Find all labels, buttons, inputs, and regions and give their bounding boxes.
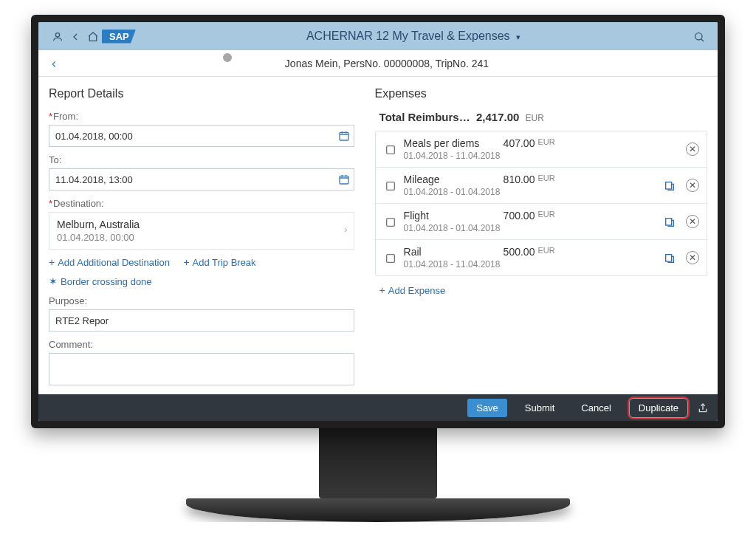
monitor-stand-neck: [319, 428, 437, 498]
expense-row[interactable]: Rail500.00EUR01.04.2018 - 11.04.2018✕: [376, 239, 707, 275]
add-destination-link[interactable]: +Add Additional Destination: [49, 256, 170, 268]
monitor-frame: SAP ACHERNAR 12 My Travel & Expenses ▾ J…: [31, 15, 725, 428]
purpose-input[interactable]: [49, 309, 354, 332]
svg-rect-14: [386, 218, 394, 226]
expense-delete-icon[interactable]: ✕: [686, 215, 699, 228]
comment-input[interactable]: [49, 353, 354, 385]
sub-header: Jonas Mein, PersNo. 00000008, TripNo. 24…: [38, 50, 718, 77]
to-label: To:: [49, 154, 354, 165]
expense-detail-icon[interactable]: [664, 215, 676, 228]
expense-row[interactable]: Flight700.00EUR01.04.2018 - 01.04.2018✕: [376, 203, 707, 239]
to-input[interactable]: [49, 168, 354, 190]
expense-type-icon: [383, 251, 398, 264]
svg-point-0: [55, 32, 59, 36]
total-currency: EUR: [526, 113, 544, 123]
svg-point-1: [695, 32, 702, 39]
expense-detail-icon[interactable]: [664, 179, 676, 192]
plus-icon: +: [49, 256, 55, 268]
expense-currency: EUR: [537, 210, 554, 222]
add-destination-label: Add Additional Destination: [58, 257, 170, 268]
expense-dates: 01.04.2018 - 11.04.2018: [404, 259, 664, 270]
duplicate-button[interactable]: Duplicate: [629, 398, 688, 418]
border-crossing-link[interactable]: ✶Border crossing done: [49, 275, 152, 287]
shell-title-text: ACHERNAR 12 My Travel & Expenses: [306, 30, 510, 42]
destination-label: Destination:: [49, 198, 354, 209]
report-details-panel: Report Details From: To: Destination:: [38, 77, 365, 394]
search-icon[interactable]: [691, 30, 707, 43]
expenses-panel: Expenses Total Reimburs… 2,417.00 EUR Me…: [365, 77, 718, 394]
nav-back-icon[interactable]: [49, 55, 59, 72]
destination-date: 01.04.2018, 00:00: [57, 232, 331, 243]
expense-currency: EUR: [537, 246, 554, 258]
expense-delete-icon[interactable]: ✕: [686, 179, 699, 192]
svg-rect-16: [386, 254, 394, 262]
cancel-button[interactable]: Cancel: [572, 399, 619, 417]
report-section-title: Report Details: [49, 87, 354, 100]
svg-rect-13: [666, 182, 672, 188]
expense-dates: 01.04.2018 - 11.04.2018: [404, 151, 686, 161]
expense-type: Flight: [404, 210, 504, 222]
add-expense-link[interactable]: +Add Expense: [379, 284, 446, 296]
add-expense-label: Add Expense: [388, 285, 445, 296]
expense-dates: 01.04.2018 - 01.04.2018: [404, 187, 664, 197]
sub-header-text: Jonas Mein, PersNo. 00000008, TripNo. 24…: [66, 58, 707, 69]
destination-row[interactable]: Melburn, Australia 01.04.2018, 00:00 ›: [49, 212, 354, 250]
user-icon[interactable]: [49, 30, 66, 43]
expense-list: Meals per diems407.00EUR01.04.2018 - 11.…: [375, 131, 707, 276]
submit-button[interactable]: Submit: [516, 399, 563, 417]
svg-rect-11: [386, 145, 394, 154]
monitor-stand-base: [186, 498, 570, 522]
svg-rect-7: [340, 176, 348, 185]
expenses-section-title: Expenses: [375, 87, 707, 100]
expense-delete-icon[interactable]: ✕: [686, 143, 699, 156]
home-icon[interactable]: [84, 30, 102, 43]
expense-type-icon: [383, 215, 398, 227]
total-label: Total Reimburs…: [379, 111, 470, 123]
total-row: Total Reimburs… 2,417.00 EUR: [379, 111, 707, 123]
expense-amount: 500.00: [504, 246, 535, 258]
svg-rect-3: [340, 133, 348, 141]
border-crossing-label: Border crossing done: [61, 276, 152, 287]
plus-icon: +: [379, 284, 385, 296]
expense-type-icon: [383, 179, 398, 191]
crossing-icon: ✶: [49, 275, 58, 287]
expense-row[interactable]: Meals per diems407.00EUR01.04.2018 - 11.…: [376, 131, 707, 167]
plus-icon: +: [183, 256, 189, 268]
total-amount: 2,417.00: [476, 111, 519, 123]
from-label: From:: [49, 111, 354, 122]
expense-type: Meals per diems: [404, 137, 504, 149]
screen: SAP ACHERNAR 12 My Travel & Expenses ▾ J…: [38, 22, 718, 421]
svg-rect-17: [666, 254, 672, 261]
expense-type: Mileage: [404, 174, 504, 185]
chevron-right-icon: ›: [345, 224, 348, 235]
expense-row[interactable]: Mileage810.00EUR01.04.2018 - 01.04.2018✕: [376, 167, 707, 203]
svg-line-2: [701, 38, 704, 41]
expense-amount: 700.00: [504, 210, 535, 222]
add-trip-break-link[interactable]: +Add Trip Break: [183, 256, 255, 268]
sap-logo: SAP: [102, 30, 136, 44]
expense-amount: 810.00: [504, 174, 535, 185]
calendar-icon[interactable]: [338, 129, 350, 142]
svg-rect-15: [666, 218, 672, 224]
expense-delete-icon[interactable]: ✕: [686, 251, 699, 264]
expense-amount: 407.00: [504, 137, 535, 149]
calendar-icon[interactable]: [338, 173, 350, 185]
save-button[interactable]: Save: [467, 399, 507, 417]
share-icon[interactable]: [697, 401, 709, 414]
shell-title[interactable]: ACHERNAR 12 My Travel & Expenses ▾: [136, 30, 691, 43]
expense-currency: EUR: [537, 137, 554, 149]
destination-name: Melburn, Australia: [57, 219, 331, 230]
footer-bar: Save Submit Cancel Duplicate: [38, 394, 718, 421]
comment-label: Comment:: [49, 339, 354, 350]
from-input[interactable]: [49, 125, 354, 147]
expense-type-icon: [383, 143, 398, 155]
expense-dates: 01.04.2018 - 01.04.2018: [404, 223, 664, 233]
svg-rect-12: [386, 182, 394, 190]
expense-type: Rail: [404, 246, 504, 258]
back-icon[interactable]: [66, 30, 84, 43]
expense-detail-icon[interactable]: [664, 251, 676, 264]
shell-header: SAP ACHERNAR 12 My Travel & Expenses ▾: [38, 22, 718, 50]
expense-currency: EUR: [537, 174, 554, 185]
add-trip-break-label: Add Trip Break: [193, 257, 256, 268]
content: Report Details From: To: Destination:: [38, 77, 718, 394]
